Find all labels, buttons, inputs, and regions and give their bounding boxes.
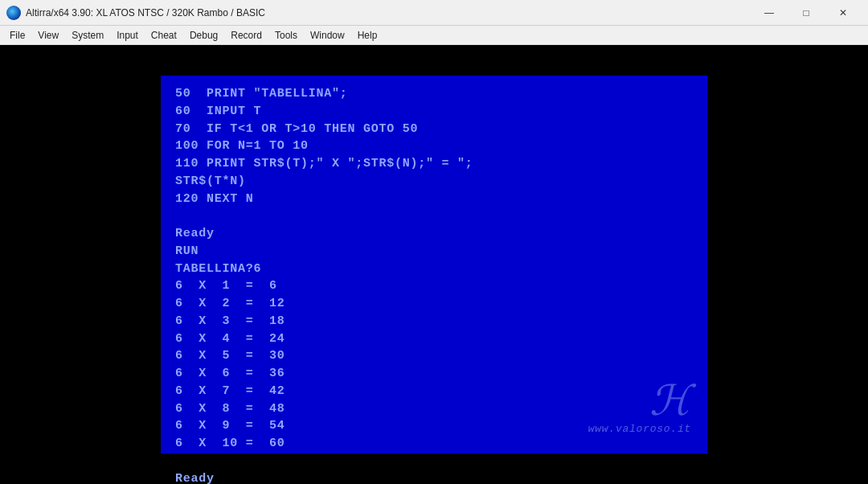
title-text: Altirra/x64 3.90: XL ATOS NTSC / 320K Ra… xyxy=(26,7,265,18)
menu-item-debug[interactable]: Debug xyxy=(183,28,224,43)
menu-item-window[interactable]: Window xyxy=(304,28,351,43)
menu-item-tools[interactable]: Tools xyxy=(268,28,304,43)
watermark-url: www.valoroso.it xyxy=(588,422,691,437)
menu-bar: FileViewSystemInputCheatDebugRecordTools… xyxy=(0,26,868,45)
main-area: 50 PRINT "TABELLINA"; 60 INPUT T 70 IF T… xyxy=(0,45,868,484)
menu-item-record[interactable]: Record xyxy=(224,28,268,43)
menu-item-view[interactable]: View xyxy=(31,28,65,43)
app-icon xyxy=(6,6,21,20)
close-button[interactable]: ✕ xyxy=(825,0,862,26)
menu-item-system[interactable]: System xyxy=(65,28,110,43)
title-bar: Altirra/x64 3.90: XL ATOS NTSC / 320K Ra… xyxy=(0,0,868,26)
minimize-button[interactable]: — xyxy=(751,0,788,26)
menu-item-input[interactable]: Input xyxy=(110,28,145,43)
title-controls: — □ ✕ xyxy=(751,0,862,26)
atari-screen: 50 PRINT "TABELLINA"; 60 INPUT T 70 IF T… xyxy=(161,76,707,453)
menu-item-file[interactable]: File xyxy=(3,28,31,43)
maximize-button[interactable]: □ xyxy=(788,0,825,26)
title-left: Altirra/x64 3.90: XL ATOS NTSC / 320K Ra… xyxy=(6,6,265,20)
menu-item-cheat[interactable]: Cheat xyxy=(145,28,183,43)
watermark: ℋ www.valoroso.it xyxy=(588,380,691,437)
watermark-script: ℋ xyxy=(649,380,691,422)
menu-item-help[interactable]: Help xyxy=(351,28,384,43)
